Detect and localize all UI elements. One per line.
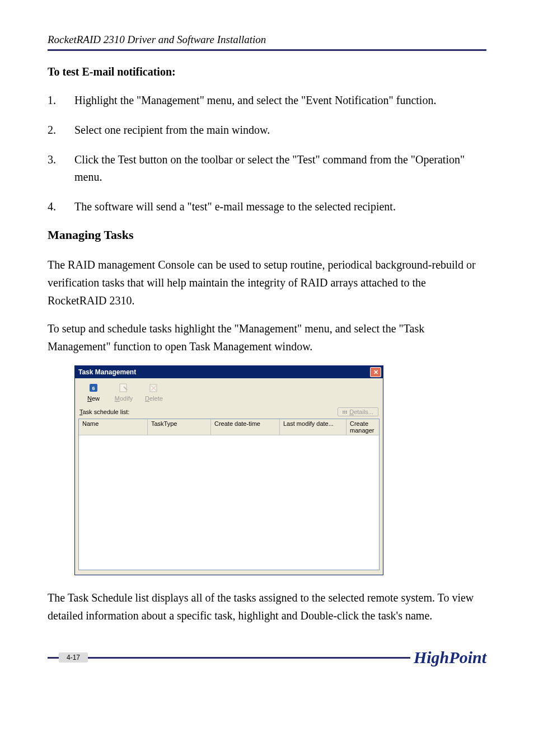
step-item: 2. Select one recipient from the main wi…: [48, 121, 486, 139]
close-icon: ✕: [373, 369, 378, 375]
task-list-body[interactable]: [79, 435, 379, 570]
toolbar-delete-label: Delete: [139, 395, 169, 402]
task-list[interactable]: Name TaskType Create date-time Last modi…: [78, 419, 380, 570]
column-header-last-modify[interactable]: Last modify date...: [280, 419, 346, 435]
brand-logo: HighPoint: [410, 648, 486, 667]
page-footer: 4-17 HighPoint: [48, 648, 486, 667]
svg-rect-9: [346, 412, 347, 414]
body-paragraph: The RAID management Console can be used …: [48, 256, 486, 309]
step-number: 2.: [48, 121, 74, 139]
svg-rect-6: [346, 411, 347, 412]
task-management-window: Task Management ✕ 6 New: [74, 365, 383, 575]
section-heading-managing-tasks: Managing Tasks: [48, 228, 486, 242]
column-header-tasktype[interactable]: TaskType: [148, 419, 211, 435]
details-icon: [343, 410, 347, 414]
toolbar-new-label: New: [78, 395, 109, 402]
new-icon: 6: [87, 382, 100, 394]
steps-list: 1. Highlight the "Management" menu, and …: [48, 92, 486, 215]
toolbar-new-button[interactable]: 6 New: [78, 381, 109, 403]
step-text: The software will send a "test" e-mail m…: [74, 198, 486, 215]
step-number: 4.: [48, 198, 74, 215]
window-titlebar: Task Management ✕: [75, 366, 383, 378]
step-item: 1. Highlight the "Management" menu, and …: [48, 92, 486, 109]
task-schedule-list-label: Task schedule list:: [79, 408, 129, 415]
step-item: 4. The software will send a "test" e-mai…: [48, 198, 486, 215]
running-header: RocketRAID 2310 Driver and Software Inst…: [48, 34, 486, 51]
step-text: Click the Test button on the toolbar or …: [74, 151, 486, 186]
svg-text:6: 6: [92, 386, 95, 391]
step-number: 1.: [48, 92, 74, 109]
column-header-create-manager[interactable]: Create manager: [346, 419, 379, 435]
step-number: 3.: [48, 151, 74, 186]
details-button[interactable]: Details...: [338, 407, 378, 416]
svg-rect-5: [344, 411, 345, 412]
step-item: 3. Click the Test button on the toolbar …: [48, 151, 486, 186]
svg-rect-8: [344, 412, 345, 414]
toolbar: 6 New Modify: [75, 378, 383, 404]
delete-icon: [147, 382, 161, 394]
column-header-create-date[interactable]: Create date-time: [211, 419, 280, 435]
toolbar-delete-button[interactable]: Delete: [139, 381, 169, 403]
table-header-row: Name TaskType Create date-time Last modi…: [79, 419, 379, 435]
column-header-name[interactable]: Name: [79, 419, 148, 435]
body-paragraph: The Task Schedule list displays all of t…: [48, 589, 486, 624]
close-button[interactable]: ✕: [370, 367, 381, 377]
task-management-screenshot: Task Management ✕ 6 New: [74, 365, 383, 575]
svg-rect-7: [343, 412, 344, 414]
body-paragraph: To setup and schedule tasks highlight th…: [48, 320, 486, 355]
details-label: Details...: [349, 408, 373, 415]
step-text: Highlight the "Management" menu, and sel…: [74, 92, 486, 109]
toolbar-modify-button[interactable]: Modify: [109, 381, 139, 403]
page-number: 4-17: [59, 652, 88, 663]
footer-rule-left: [48, 657, 59, 659]
footer-rule: [88, 657, 410, 659]
toolbar-modify-label: Modify: [109, 395, 139, 402]
section-heading-test-email: To test E-mail notification:: [48, 65, 486, 78]
modify-icon: [117, 382, 130, 394]
step-text: Select one recipient from the main windo…: [74, 121, 486, 139]
svg-rect-4: [343, 411, 344, 412]
window-title: Task Management: [78, 368, 136, 376]
